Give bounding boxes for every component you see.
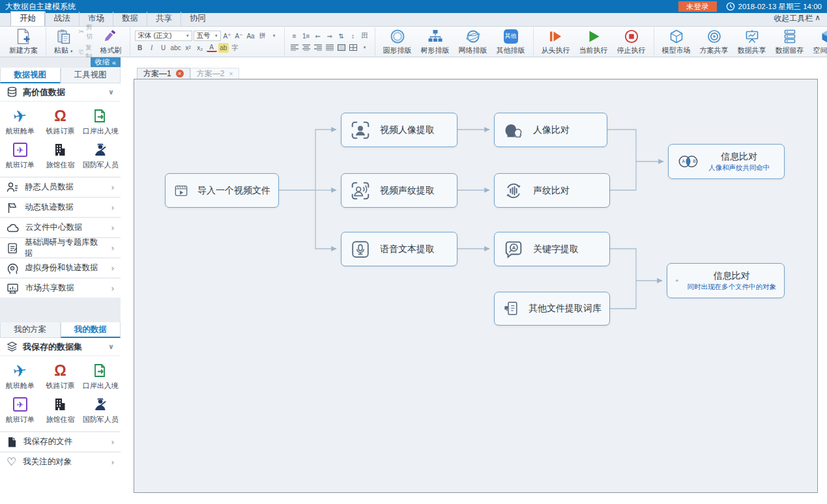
layout-circle-button[interactable]: 圆形排版 bbox=[380, 28, 415, 56]
run-stop-button[interactable]: 停止执行 bbox=[614, 28, 649, 56]
highlight-button[interactable]: ab bbox=[218, 43, 229, 53]
layout-tree-button[interactable]: 树形排版 bbox=[418, 28, 453, 56]
phonetic-guide-button[interactable]: 拼 bbox=[257, 31, 268, 41]
numbering-button[interactable]: 1≡ bbox=[301, 31, 312, 41]
dataset-rail-ticket[interactable]: Ω 铁路订票 bbox=[40, 104, 81, 138]
run-from-start-button[interactable]: 从头执行 bbox=[538, 28, 573, 56]
node-keyword-extract[interactable]: A 关键字提取 bbox=[494, 232, 610, 266]
shading-button[interactable] bbox=[336, 43, 347, 53]
tab-data-view[interactable]: 数据视图 bbox=[0, 68, 61, 83]
tab-my-plans[interactable]: 我的方案 bbox=[0, 322, 61, 338]
borders-button[interactable] bbox=[348, 43, 358, 53]
dataset-flight-order[interactable]: ✈ 航班订单 bbox=[0, 138, 40, 172]
align-left-button[interactable] bbox=[289, 43, 300, 53]
dataset-hotel-stay[interactable]: 旅馆住宿 bbox=[40, 393, 81, 427]
bullets-button[interactable]: ≡ bbox=[289, 31, 300, 41]
category-virtual-identity[interactable]: 虚拟身份和轨迹数据 › bbox=[0, 259, 121, 277]
flight-order-icon: ✈ bbox=[13, 397, 27, 412]
ribbon-tab-start[interactable]: 开始 bbox=[10, 11, 45, 26]
line-spacing-button[interactable]: ↕ bbox=[348, 31, 358, 41]
tab-tool-view[interactable]: 工具视图 bbox=[61, 68, 121, 83]
superscript-button[interactable]: x² bbox=[183, 43, 194, 53]
ribbon-tab-collab[interactable]: 协同 bbox=[181, 12, 214, 26]
dataset-flight-manifest[interactable]: ✈ 航班舱单 bbox=[0, 104, 40, 138]
my-saved-files[interactable]: 我保存的文件 › bbox=[0, 432, 121, 451]
dataset-military-personnel[interactable]: 国防军人员 bbox=[80, 393, 121, 427]
grow-font-button[interactable]: A⁺ bbox=[222, 31, 233, 41]
my-followed-objects[interactable]: ♡ 我关注的对象 › bbox=[0, 453, 121, 471]
dataset-military-personnel[interactable]: 国防军人员 bbox=[80, 138, 121, 172]
cut-button[interactable]: ✂ 剪切 bbox=[79, 23, 94, 41]
category-dynamic-trajectory[interactable]: 动态轨迹数据 › bbox=[0, 198, 121, 217]
section-saved-datasets[interactable]: 我保存的数据集 ∨ bbox=[0, 338, 121, 356]
layout-other-button[interactable]: 其他 其他排版 bbox=[493, 28, 529, 56]
new-plan-button[interactable]: 新建方案 bbox=[6, 28, 41, 56]
model-market-button[interactable]: 模型市场 bbox=[659, 28, 694, 56]
close-tab-icon[interactable]: × bbox=[229, 70, 233, 77]
change-case-button[interactable]: Aa bbox=[246, 31, 256, 41]
format-painter-button[interactable]: 格式刷 bbox=[97, 28, 125, 56]
ribbon-tab-data[interactable]: 数据 bbox=[113, 12, 147, 26]
dataset-flight-order[interactable]: ✈ 航班订单 bbox=[0, 393, 40, 427]
node-info-compare-bottom[interactable]: A B 信息比对 同时出现在多个文件中的对象 bbox=[667, 263, 785, 298]
bold-button[interactable]: B bbox=[135, 43, 145, 53]
align-center-button[interactable] bbox=[301, 43, 312, 53]
outdent-button[interactable]: ⇐ bbox=[313, 31, 323, 41]
dropdown-arrow-icon[interactable]: ▾ bbox=[269, 31, 280, 41]
sidebar-collapse-button[interactable]: 收缩 « bbox=[91, 57, 121, 67]
plan-share-button[interactable]: 方案共享 bbox=[697, 28, 732, 56]
dropdown-arrow-icon[interactable]: ▾ bbox=[360, 43, 370, 53]
align-right-button[interactable] bbox=[313, 43, 323, 53]
app-title: 大数据自主建模系统 bbox=[5, 1, 76, 12]
data-retention-button[interactable]: 数据留存 bbox=[772, 28, 807, 56]
run-current-button[interactable]: 当前执行 bbox=[576, 28, 611, 56]
node-face-compare[interactable]: 人像比对 bbox=[494, 113, 607, 147]
node-voiceprint-compare[interactable]: 声纹比对 bbox=[494, 173, 610, 208]
dataset-flight-manifest[interactable]: ✈ 航班舱单 bbox=[0, 359, 40, 393]
node-info-compare-top[interactable]: A B 信息比对 人像和声纹共同命中 bbox=[668, 144, 785, 179]
font-size-select[interactable]: 五号 ▾ bbox=[194, 31, 221, 41]
flow-canvas[interactable]: 导入一个视频文件 视频人像提取 bbox=[134, 79, 818, 493]
paste-icon bbox=[56, 29, 71, 44]
category-basic-research[interactable]: 基础调研与专题库数据 › bbox=[0, 238, 121, 257]
node-import-video[interactable]: 导入一个视频文件 bbox=[165, 173, 279, 208]
sort-button[interactable]: ⇅ bbox=[336, 31, 347, 41]
dataset-border-entry-exit[interactable]: 口岸出入境 bbox=[80, 104, 121, 138]
ribbon-tab-tactics[interactable]: 战法 bbox=[45, 12, 79, 26]
align-justify-button[interactable] bbox=[325, 43, 335, 53]
node-video-voiceprint-extract[interactable]: 视频声纹提取 bbox=[341, 173, 457, 208]
login-status-badge[interactable]: 未登录 bbox=[678, 1, 717, 12]
ribbon-tab-share[interactable]: 共享 bbox=[147, 12, 181, 26]
italic-button[interactable]: I bbox=[147, 43, 157, 53]
strikethrough-button[interactable]: abc bbox=[170, 43, 182, 53]
category-static-personnel[interactable]: 静态人员数据 › bbox=[0, 178, 121, 197]
layout-network-button[interactable]: 网络排版 bbox=[456, 28, 491, 56]
data-share-button[interactable]: 数据共享 bbox=[734, 28, 770, 56]
font-color-button[interactable]: A bbox=[207, 44, 217, 52]
section-high-value-data[interactable]: 高价值数据 ∨ bbox=[0, 83, 121, 102]
category-market-shared-data[interactable]: 市场共享数据 › bbox=[0, 279, 121, 298]
subscript-button[interactable]: x₂ bbox=[195, 43, 205, 53]
dataset-hotel-stay[interactable]: 旅馆住宿 bbox=[40, 138, 81, 172]
tab-my-data[interactable]: 我的数据 bbox=[61, 322, 121, 338]
dataset-border-entry-exit[interactable]: 口岸出入境 bbox=[80, 359, 121, 393]
table-button[interactable]: 田 bbox=[360, 31, 370, 41]
node-speech-text-extract[interactable]: 语音文本提取 bbox=[341, 232, 457, 266]
plan-tab-2[interactable]: 方案—2 × bbox=[190, 68, 240, 79]
node-video-face-extract[interactable]: 视频人像提取 bbox=[341, 113, 457, 147]
category-cloud-file-center[interactable]: 云文件中心数据 › bbox=[0, 218, 121, 237]
dataset-rail-ticket[interactable]: Ω 铁路订票 bbox=[40, 359, 81, 393]
close-tab-icon[interactable]: × bbox=[176, 70, 184, 77]
underline-button[interactable]: U bbox=[158, 43, 169, 53]
font-name-select[interactable]: 宋体 (正文) ▾ bbox=[135, 31, 192, 41]
shrink-font-button[interactable]: A⁻ bbox=[234, 31, 244, 41]
indent-button[interactable]: ⇒ bbox=[325, 31, 335, 41]
char-border-button[interactable]: 字 bbox=[230, 43, 240, 53]
space-management-button[interactable]: 空间管理 bbox=[810, 28, 827, 56]
paste-button[interactable]: 粘贴 ▾ bbox=[51, 28, 76, 56]
collapse-toolbar-button[interactable]: 收起工具栏 ∧ bbox=[774, 13, 820, 26]
node-label: 其他文件提取词库 bbox=[529, 303, 602, 315]
copy-icon bbox=[79, 48, 83, 55]
plan-tab-1[interactable]: 方案—1 × bbox=[137, 68, 190, 79]
node-other-files-lexicon[interactable]: 其他文件提取词库 bbox=[494, 292, 610, 326]
